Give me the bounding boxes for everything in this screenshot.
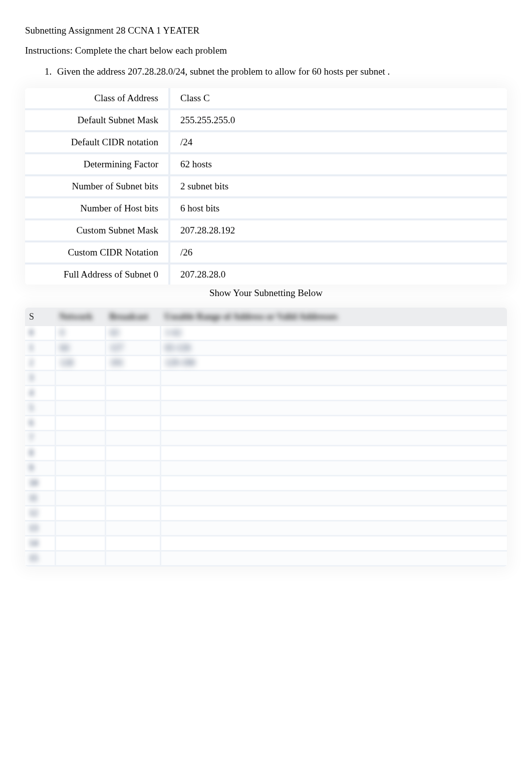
chart-row: 13 [25, 521, 507, 536]
chart-cell-network [55, 521, 105, 536]
chart-cell-broadcast [105, 371, 160, 386]
chart-cell-range [160, 401, 507, 416]
chart-cell-range [160, 461, 507, 476]
property-value: 207.28.28.0 [170, 265, 507, 285]
chart-cell-s: 4 [25, 386, 55, 401]
chart-cell-broadcast [105, 431, 160, 446]
chart-row: 16412765-126 [25, 341, 507, 356]
chart-cell-range [160, 386, 507, 401]
chart-header-range: Useable Range of Address or Valid Addres… [160, 308, 507, 326]
chart-cell-broadcast [105, 506, 160, 521]
chart-cell-broadcast [105, 401, 160, 416]
chart-cell-broadcast [105, 476, 160, 491]
property-label: Default Subnet Mask [25, 110, 170, 132]
chart-row: 6 [25, 416, 507, 431]
chart-cell-s: 9 [25, 461, 55, 476]
show-subnetting-label: Show Your Subnetting Below [25, 288, 507, 299]
property-label: Custom CIDR Notation [25, 242, 170, 265]
chart-cell-range [160, 371, 507, 386]
property-value: 62 hosts [170, 154, 507, 176]
chart-cell-s: 14 [25, 536, 55, 551]
chart-cell-range: 129-190 [160, 356, 507, 371]
property-label: Number of Subnet bits [25, 176, 170, 198]
chart-cell-broadcast [105, 446, 160, 461]
property-value: 6 host bits [170, 198, 507, 220]
chart-cell-network [55, 431, 105, 446]
property-row: Number of Subnet bits2 subnet bits [25, 176, 507, 198]
chart-row: 12 [25, 506, 507, 521]
chart-cell-broadcast [105, 386, 160, 401]
property-label: Number of Host bits [25, 198, 170, 220]
chart-row: 00631-62 [25, 326, 507, 341]
chart-cell-network: 64 [55, 341, 105, 356]
chart-cell-network [55, 476, 105, 491]
chart-cell-s: 12 [25, 506, 55, 521]
property-row: Class of AddressClass C [25, 88, 507, 110]
chart-cell-range [160, 446, 507, 461]
document-title: Subnetting Assignment 28 CCNA 1 YEATER [25, 25, 507, 36]
chart-row: 11 [25, 491, 507, 506]
chart-row: 10 [25, 476, 507, 491]
chart-cell-network [55, 491, 105, 506]
chart-header-s: S [25, 308, 55, 326]
chart-cell-range [160, 521, 507, 536]
properties-table-wrap: Class of AddressClass CDefault Subnet Ma… [25, 88, 507, 285]
chart-cell-network [55, 446, 105, 461]
property-label: Custom Subnet Mask [25, 220, 170, 242]
chart-row: 7 [25, 431, 507, 446]
chart-cell-s: 15 [25, 551, 55, 566]
chart-row: 3 [25, 371, 507, 386]
chart-row: 9 [25, 461, 507, 476]
properties-table: Class of AddressClass CDefault Subnet Ma… [25, 88, 507, 285]
instructions-text: Instructions: Complete the chart below e… [25, 45, 507, 56]
chart-header-broadcast: Broadcast [105, 308, 160, 326]
property-label: Full Address of Subnet 0 [25, 265, 170, 285]
chart-cell-range [160, 551, 507, 566]
property-row: Full Address of Subnet 0207.28.28.0 [25, 265, 507, 285]
property-value: 2 subnet bits [170, 176, 507, 198]
chart-cell-s: 0 [25, 326, 55, 341]
chart-row: 8 [25, 446, 507, 461]
chart-cell-range [160, 476, 507, 491]
chart-cell-s: 11 [25, 491, 55, 506]
chart-cell-s: 13 [25, 521, 55, 536]
chart-row: 2128191129-190 [25, 356, 507, 371]
chart-row: 4 [25, 386, 507, 401]
property-value: /26 [170, 242, 507, 265]
chart-cell-range [160, 536, 507, 551]
chart-cell-range [160, 506, 507, 521]
chart-row: 15 [25, 551, 507, 566]
chart-cell-broadcast: 63 [105, 326, 160, 341]
chart-header-network: Network [55, 308, 105, 326]
chart-cell-network: 128 [55, 356, 105, 371]
chart-cell-network [55, 551, 105, 566]
chart-cell-broadcast [105, 416, 160, 431]
property-label: Class of Address [25, 88, 170, 110]
chart-cell-broadcast [105, 491, 160, 506]
property-label: Default CIDR notation [25, 132, 170, 154]
chart-cell-broadcast: 191 [105, 356, 160, 371]
chart-cell-network [55, 386, 105, 401]
property-value: Class C [170, 88, 507, 110]
property-value: /24 [170, 132, 507, 154]
chart-cell-range: 1-62 [160, 326, 507, 341]
chart-cell-network [55, 371, 105, 386]
property-value: 207.28.28.192 [170, 220, 507, 242]
problem-list: Given the address 207.28.28.0/24, subnet… [25, 66, 507, 77]
chart-cell-s: 7 [25, 431, 55, 446]
chart-cell-s: 2 [25, 356, 55, 371]
chart-cell-s: 8 [25, 446, 55, 461]
chart-cell-broadcast [105, 536, 160, 551]
chart-header-row: S Network Broadcast Useable Range of Add… [25, 308, 507, 326]
chart-cell-range [160, 416, 507, 431]
property-row: Default Subnet Mask255.255.255.0 [25, 110, 507, 132]
chart-cell-range: 65-126 [160, 341, 507, 356]
problem-item: Given the address 207.28.28.0/24, subnet… [54, 66, 507, 77]
chart-row: 14 [25, 536, 507, 551]
chart-cell-s: 1 [25, 341, 55, 356]
chart-cell-range [160, 431, 507, 446]
chart-cell-s: 5 [25, 401, 55, 416]
property-row: Default CIDR notation/24 [25, 132, 507, 154]
chart-row: 5 [25, 401, 507, 416]
chart-cell-network [55, 536, 105, 551]
